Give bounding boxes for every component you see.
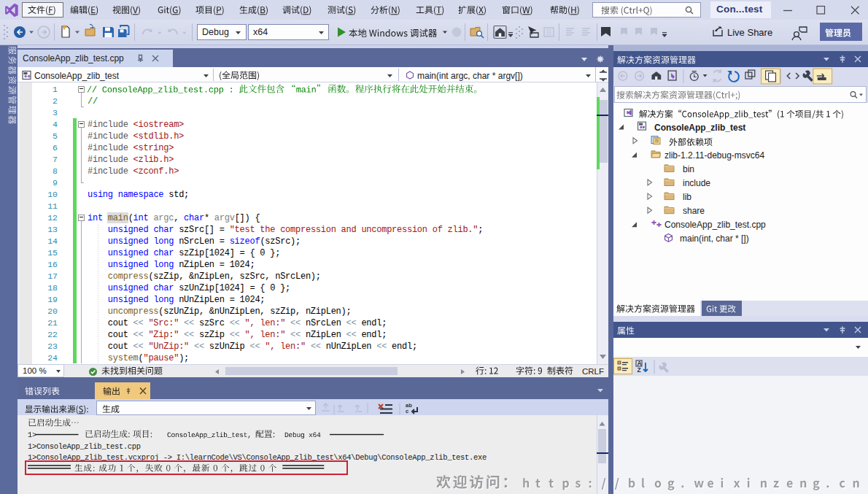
svg-text:Z: Z: [638, 366, 641, 374]
svg-text:c: c: [406, 408, 408, 414]
